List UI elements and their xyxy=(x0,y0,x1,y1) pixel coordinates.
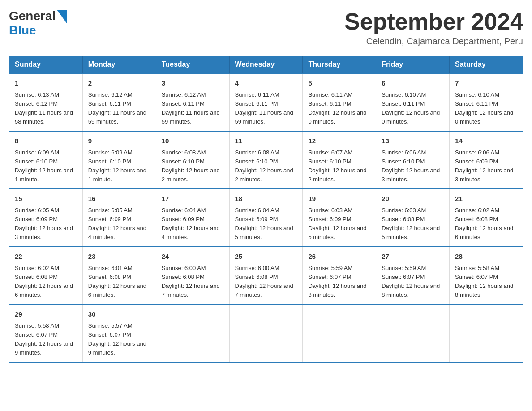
calendar-day-cell: 2 Sunrise: 6:12 AMSunset: 6:11 PMDayligh… xyxy=(82,73,156,131)
calendar-day-cell: 1 Sunrise: 6:13 AMSunset: 6:12 PMDayligh… xyxy=(9,73,83,131)
day-info: Sunrise: 6:05 AMSunset: 6:09 PMDaylight:… xyxy=(88,207,146,240)
day-info: Sunrise: 6:09 AMSunset: 6:10 PMDaylight:… xyxy=(88,149,146,183)
calendar-week-row: 8 Sunrise: 6:09 AMSunset: 6:10 PMDayligh… xyxy=(9,131,523,189)
day-info: Sunrise: 6:03 AMSunset: 6:09 PMDaylight:… xyxy=(308,207,366,240)
weekday-header-sunday: Sunday xyxy=(9,56,83,74)
day-info: Sunrise: 6:02 AMSunset: 6:08 PMDaylight:… xyxy=(15,265,73,298)
day-number: 21 xyxy=(455,194,517,204)
day-info: Sunrise: 6:02 AMSunset: 6:08 PMDaylight:… xyxy=(455,207,513,240)
day-number: 5 xyxy=(308,78,370,89)
calendar-day-cell: 8 Sunrise: 6:09 AMSunset: 6:10 PMDayligh… xyxy=(9,131,83,189)
calendar-day-cell: 17 Sunrise: 6:04 AMSunset: 6:09 PMDaylig… xyxy=(156,189,229,247)
day-number: 14 xyxy=(455,136,517,146)
calendar-header-row: SundayMondayTuesdayWednesdayThursdayFrid… xyxy=(9,56,523,74)
calendar-day-cell: 25 Sunrise: 6:00 AMSunset: 6:08 PMDaylig… xyxy=(229,247,303,304)
day-info: Sunrise: 6:09 AMSunset: 6:10 PMDaylight:… xyxy=(15,149,73,183)
calendar-week-row: 15 Sunrise: 6:05 AMSunset: 6:09 PMDaylig… xyxy=(9,189,523,247)
calendar-day-cell: 4 Sunrise: 6:11 AMSunset: 6:11 PMDayligh… xyxy=(229,73,303,131)
day-number: 8 xyxy=(15,136,77,146)
day-number: 29 xyxy=(15,309,77,320)
day-number: 11 xyxy=(235,136,297,146)
day-info: Sunrise: 6:10 AMSunset: 6:11 PMDaylight:… xyxy=(382,91,440,125)
day-number: 25 xyxy=(235,252,297,262)
day-number: 3 xyxy=(162,78,224,89)
calendar-day-cell xyxy=(450,304,523,362)
day-number: 26 xyxy=(308,252,370,262)
calendar-day-cell: 6 Sunrise: 6:10 AMSunset: 6:11 PMDayligh… xyxy=(376,73,450,131)
day-info: Sunrise: 5:59 AMSunset: 6:07 PMDaylight:… xyxy=(382,265,440,298)
logo-blue: Blue xyxy=(9,23,36,37)
day-number: 17 xyxy=(162,194,224,204)
day-number: 1 xyxy=(15,78,77,89)
calendar-day-cell: 27 Sunrise: 5:59 AMSunset: 6:07 PMDaylig… xyxy=(376,247,450,304)
day-number: 30 xyxy=(88,309,150,320)
calendar-day-cell xyxy=(376,304,450,362)
calendar-day-cell: 14 Sunrise: 6:06 AMSunset: 6:09 PMDaylig… xyxy=(450,131,523,189)
day-number: 23 xyxy=(88,252,150,262)
calendar-day-cell: 26 Sunrise: 5:59 AMSunset: 6:07 PMDaylig… xyxy=(303,247,376,304)
calendar-day-cell xyxy=(303,304,376,362)
day-info: Sunrise: 6:06 AMSunset: 6:09 PMDaylight:… xyxy=(455,149,513,183)
day-info: Sunrise: 6:12 AMSunset: 6:11 PMDaylight:… xyxy=(162,91,220,125)
calendar-day-cell: 24 Sunrise: 6:00 AMSunset: 6:08 PMDaylig… xyxy=(156,247,229,304)
day-number: 13 xyxy=(382,136,444,146)
calendar-day-cell: 11 Sunrise: 6:08 AMSunset: 6:10 PMDaylig… xyxy=(229,131,303,189)
day-info: Sunrise: 6:05 AMSunset: 6:09 PMDaylight:… xyxy=(15,207,73,240)
weekday-header-monday: Monday xyxy=(82,56,156,74)
calendar-day-cell: 29 Sunrise: 5:58 AMSunset: 6:07 PMDaylig… xyxy=(9,304,83,362)
location-label: Celendin, Cajamarca Department, Peru xyxy=(344,36,523,47)
title-section: September 2024 Celendin, Cajamarca Depar… xyxy=(344,9,523,47)
day-info: Sunrise: 5:57 AMSunset: 6:07 PMDaylight:… xyxy=(88,322,146,356)
day-info: Sunrise: 6:08 AMSunset: 6:10 PMDaylight:… xyxy=(235,149,293,183)
calendar-day-cell: 21 Sunrise: 6:02 AMSunset: 6:08 PMDaylig… xyxy=(450,189,523,247)
month-title: September 2024 xyxy=(344,9,523,34)
calendar-day-cell xyxy=(156,304,229,362)
day-info: Sunrise: 6:04 AMSunset: 6:09 PMDaylight:… xyxy=(162,207,220,240)
day-number: 18 xyxy=(235,194,297,204)
day-info: Sunrise: 5:59 AMSunset: 6:07 PMDaylight:… xyxy=(308,265,366,298)
day-info: Sunrise: 6:08 AMSunset: 6:10 PMDaylight:… xyxy=(162,149,220,183)
day-number: 28 xyxy=(455,252,517,262)
day-info: Sunrise: 6:04 AMSunset: 6:09 PMDaylight:… xyxy=(235,207,293,240)
calendar-day-cell: 28 Sunrise: 5:58 AMSunset: 6:07 PMDaylig… xyxy=(450,247,523,304)
weekday-header-wednesday: Wednesday xyxy=(229,56,303,74)
calendar-table: SundayMondayTuesdayWednesdayThursdayFrid… xyxy=(9,56,523,363)
day-info: Sunrise: 6:00 AMSunset: 6:08 PMDaylight:… xyxy=(162,265,220,298)
calendar-day-cell: 13 Sunrise: 6:06 AMSunset: 6:10 PMDaylig… xyxy=(376,131,450,189)
page-header: General Blue September 2024 Celendin, Ca… xyxy=(9,9,523,47)
logo-triangle-icon xyxy=(57,10,67,23)
weekday-header-tuesday: Tuesday xyxy=(156,56,229,74)
day-number: 7 xyxy=(455,78,517,89)
day-number: 12 xyxy=(308,136,370,146)
weekday-header-friday: Friday xyxy=(376,56,450,74)
day-number: 27 xyxy=(382,252,444,262)
calendar-day-cell: 5 Sunrise: 6:11 AMSunset: 6:11 PMDayligh… xyxy=(303,73,376,131)
calendar-day-cell: 23 Sunrise: 6:01 AMSunset: 6:08 PMDaylig… xyxy=(82,247,156,304)
svg-marker-0 xyxy=(57,10,67,23)
day-info: Sunrise: 6:10 AMSunset: 6:11 PMDaylight:… xyxy=(455,91,513,125)
calendar-day-cell: 16 Sunrise: 6:05 AMSunset: 6:09 PMDaylig… xyxy=(82,189,156,247)
calendar-day-cell: 30 Sunrise: 5:57 AMSunset: 6:07 PMDaylig… xyxy=(82,304,156,362)
day-info: Sunrise: 6:03 AMSunset: 6:08 PMDaylight:… xyxy=(382,207,440,240)
logo: General Blue xyxy=(9,9,67,38)
calendar-day-cell: 3 Sunrise: 6:12 AMSunset: 6:11 PMDayligh… xyxy=(156,73,229,131)
day-number: 20 xyxy=(382,194,444,204)
day-info: Sunrise: 6:07 AMSunset: 6:10 PMDaylight:… xyxy=(308,149,366,183)
calendar-day-cell: 19 Sunrise: 6:03 AMSunset: 6:09 PMDaylig… xyxy=(303,189,376,247)
calendar-day-cell: 7 Sunrise: 6:10 AMSunset: 6:11 PMDayligh… xyxy=(450,73,523,131)
day-info: Sunrise: 6:11 AMSunset: 6:11 PMDaylight:… xyxy=(235,91,293,125)
day-info: Sunrise: 6:13 AMSunset: 6:12 PMDaylight:… xyxy=(15,91,73,125)
calendar-day-cell: 18 Sunrise: 6:04 AMSunset: 6:09 PMDaylig… xyxy=(229,189,303,247)
day-info: Sunrise: 6:12 AMSunset: 6:11 PMDaylight:… xyxy=(88,91,146,125)
weekday-header-saturday: Saturday xyxy=(450,56,523,74)
day-number: 15 xyxy=(15,194,77,204)
day-info: Sunrise: 5:58 AMSunset: 6:07 PMDaylight:… xyxy=(15,322,73,356)
day-number: 19 xyxy=(308,194,370,204)
calendar-day-cell: 9 Sunrise: 6:09 AMSunset: 6:10 PMDayligh… xyxy=(82,131,156,189)
day-info: Sunrise: 6:06 AMSunset: 6:10 PMDaylight:… xyxy=(382,149,440,183)
day-number: 9 xyxy=(88,136,150,146)
day-info: Sunrise: 6:01 AMSunset: 6:08 PMDaylight:… xyxy=(88,265,146,298)
day-number: 22 xyxy=(15,252,77,262)
calendar-week-row: 1 Sunrise: 6:13 AMSunset: 6:12 PMDayligh… xyxy=(9,73,523,131)
calendar-day-cell: 15 Sunrise: 6:05 AMSunset: 6:09 PMDaylig… xyxy=(9,189,83,247)
